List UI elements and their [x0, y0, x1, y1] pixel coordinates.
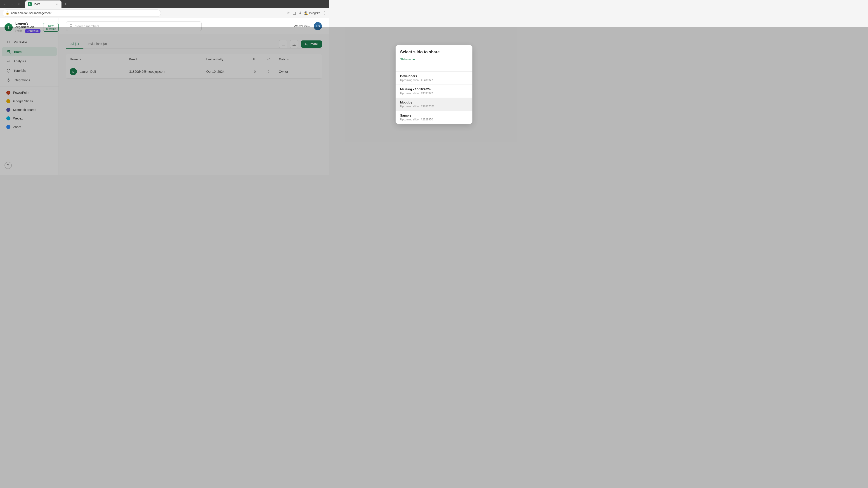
back-button[interactable]: ← [2, 1, 8, 7]
incognito-icon: 🕵 [304, 11, 308, 15]
browser-tab[interactable]: S Team × [25, 0, 61, 8]
browser-more-icon[interactable]: ⋮ [323, 11, 327, 15]
tab-favicon: S [28, 2, 32, 6]
tab-close-button[interactable]: × [55, 2, 59, 6]
forward-button[interactable]: → [9, 1, 16, 7]
bookmark-icon[interactable]: ☆ [287, 11, 290, 15]
address-bar-row: 🔒 admin.sli.do/user-management ☆ ◫ ⇓ 🕵 I… [0, 8, 329, 18]
refresh-button[interactable]: ↻ [16, 1, 23, 7]
new-tab-button[interactable]: + [62, 1, 69, 7]
modal-overlay[interactable]: Select slido to share Slido name Develop… [0, 27, 329, 184]
browser-tab-bar: ← → ↻ S Team × + [0, 0, 329, 8]
address-text: admin.sli.do/user-management [11, 11, 51, 15]
download-icon[interactable]: ⇓ [299, 11, 302, 15]
tab-title: Team [33, 2, 40, 6]
incognito-label: 🕵 Incognito [304, 11, 320, 15]
extensions-icon[interactable]: ◫ [292, 11, 296, 15]
lock-icon: 🔒 [6, 11, 9, 15]
address-bar[interactable]: 🔒 admin.sli.do/user-management [3, 9, 161, 17]
